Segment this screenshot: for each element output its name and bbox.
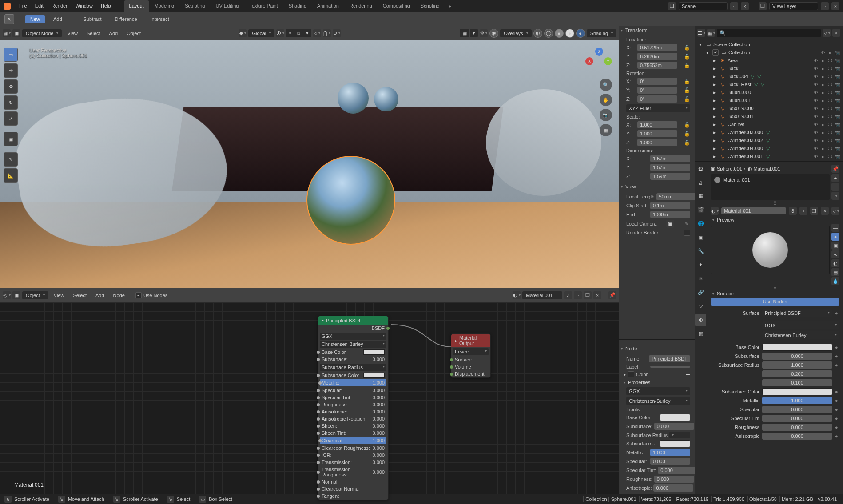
node-input-normal[interactable]: Normal xyxy=(318,478,388,485)
node-color-checkbox[interactable] xyxy=(628,371,634,377)
workspace-tab-scripting[interactable]: Scripting xyxy=(415,0,445,12)
visibility-toggle[interactable]: 👁 xyxy=(813,57,819,63)
viewport-toggle[interactable]: 🖵 xyxy=(827,121,833,127)
render-toggle[interactable]: 📷 xyxy=(834,121,840,127)
active-tool-icon[interactable]: ↖ xyxy=(4,14,14,24)
viewlayer-delete-button[interactable]: × xyxy=(831,2,839,10)
properties-tab-scene[interactable]: 🎬 xyxy=(695,203,706,216)
pin-properties-icon[interactable]: 📌 xyxy=(831,165,839,173)
outliner-item-cabinet[interactable]: ▸▽Cabinet👁▸🖵📷 xyxy=(695,120,843,128)
workspace-tab-layout[interactable]: Layout xyxy=(124,0,149,12)
selectable-toggle[interactable]: ▸ xyxy=(820,105,826,111)
sss-method-select[interactable]: Christensen-Burley xyxy=(320,341,386,348)
snap-toggle[interactable]: ⌖⧈▾ xyxy=(286,29,311,37)
material-slot-remove[interactable]: − xyxy=(831,183,839,191)
selectable-toggle[interactable]: ▸ xyxy=(820,65,826,71)
node-input-tangent[interactable]: Tangent xyxy=(318,492,388,500)
render-icon[interactable]: 📷 xyxy=(834,49,840,56)
output-socket-displacement[interactable]: Displacement xyxy=(451,370,490,377)
annotate-tool[interactable]: ✎ xyxy=(4,152,18,167)
gizmo-toggle[interactable]: ✥ xyxy=(480,29,488,37)
socket-dot[interactable]: ● xyxy=(835,433,839,439)
node-input-subsurface-radius[interactable]: Subsurface Radius xyxy=(320,364,386,371)
view-panel-header[interactable]: View xyxy=(619,183,695,190)
outliner-item-cylinder004-001[interactable]: ▸▽Cylinder004.001▽👁▸🖵📷 xyxy=(695,152,843,160)
outliner-item-bludru-000[interactable]: ▸▽Bludru.000👁▸🖵📷 xyxy=(695,88,843,96)
menu-edit[interactable]: Edit xyxy=(31,3,48,8)
scene-browse-icon[interactable]: ❏ xyxy=(668,2,676,10)
axis-y[interactable]: Y xyxy=(604,57,612,65)
axis-z[interactable]: Z xyxy=(595,48,603,56)
editor-type-menu[interactable]: ▦ xyxy=(3,29,11,37)
visibility-toggle[interactable]: 👁 xyxy=(813,97,819,103)
difference-button[interactable]: Difference xyxy=(110,15,143,23)
rotate-tool[interactable]: ↻ xyxy=(4,95,18,110)
dist-select[interactable]: GGX xyxy=(762,321,839,329)
distribution-select[interactable]: GGX xyxy=(320,333,386,340)
viewport-toggle[interactable]: 🖵 xyxy=(827,129,833,135)
outliner-item-box019-001[interactable]: ▸▽Box019.001👁▸🖵📷 xyxy=(695,112,843,120)
socket-dot[interactable]: ● xyxy=(835,425,839,430)
selectable-toggle[interactable]: ▸ xyxy=(820,89,826,95)
scene-new-button[interactable]: ▫ xyxy=(730,2,738,10)
drag-handle-2[interactable]: ⠿ xyxy=(711,285,839,290)
node-input-roughness-[interactable]: Roughness:0.000 xyxy=(318,401,388,408)
material-nodetree-icon[interactable]: ▽ xyxy=(831,207,839,215)
list-icon[interactable]: ☰ xyxy=(686,372,690,377)
outliner-item-bludru-001[interactable]: ▸▽Bludru.001👁▸🖵📷 xyxy=(695,96,843,104)
use-nodes-button[interactable]: Use Nodes xyxy=(711,298,839,306)
preview-type-hair[interactable]: ∿ xyxy=(831,250,839,258)
add-button[interactable]: Add xyxy=(48,15,68,23)
node-view-menu[interactable]: View xyxy=(50,291,68,299)
workspace-tab-texture-paint[interactable]: Texture Paint xyxy=(244,0,283,12)
viewport-toggle[interactable]: 🖵 xyxy=(827,81,833,87)
selected-sphere[interactable] xyxy=(306,156,395,245)
dimension-z[interactable]: 1.59m xyxy=(650,173,690,180)
overlay-toggle[interactable]: ◉ xyxy=(489,29,498,38)
visibility-toggle[interactable]: 👁 xyxy=(813,121,819,127)
visibility-toggle[interactable]: 👁 xyxy=(813,65,819,71)
socket-dot[interactable]: ● xyxy=(835,407,839,412)
render-toggle[interactable]: 📷 xyxy=(834,145,840,151)
outliner-tree[interactable]: ▾▭Scene Collection ▾▭Collection 👁▸📷 ▸☀Ar… xyxy=(695,40,843,161)
material-browse-icon[interactable]: ◐ xyxy=(711,207,719,215)
selectable-toggle[interactable]: ▸ xyxy=(820,145,826,151)
render-toggle[interactable]: 📷 xyxy=(834,137,840,143)
scene-collection-row[interactable]: ▾▭Scene Collection xyxy=(695,40,843,48)
outliner-item-back-004[interactable]: ▸▽Back.004▽▽👁▸🖵📷 xyxy=(695,72,843,80)
drag-handle[interactable]: ⠿ xyxy=(711,200,839,206)
visibility-icon[interactable]: 👁 xyxy=(820,49,826,56)
collection-row[interactable]: ▾▭Collection 👁▸📷 xyxy=(695,48,843,56)
clip-end[interactable]: 1000m xyxy=(650,211,690,218)
scale-x[interactable]: 1.000 xyxy=(637,121,677,128)
add-menu[interactable]: Add xyxy=(106,29,122,37)
preview-type-sphere[interactable]: ● xyxy=(831,233,839,241)
viewport-shading-solid[interactable]: ● xyxy=(555,29,564,38)
prop-roughness[interactable]: Roughness0.000● xyxy=(711,423,839,432)
socket-dot[interactable]: ● xyxy=(835,389,839,394)
editor-type-node[interactable]: ◎ xyxy=(3,291,11,299)
render-border-checkbox[interactable] xyxy=(684,230,690,236)
material-unlink-button[interactable]: × xyxy=(593,291,601,299)
npanel-input-base-color[interactable]: Base Color xyxy=(622,413,692,422)
node-name-field[interactable]: Principled BSDF xyxy=(649,355,690,362)
material-new-button[interactable]: ▫ xyxy=(574,291,582,299)
render-toggle[interactable]: 📷 xyxy=(834,89,840,95)
viewport-shading-rendered[interactable]: ● xyxy=(576,29,585,38)
location-z[interactable]: 0.75652m xyxy=(637,62,677,69)
viewport-toggle[interactable]: 🖵 xyxy=(827,153,833,159)
npanel-input-metallic-[interactable]: Metallic:1.000 xyxy=(622,448,692,457)
properties-tab-render[interactable]: 🖼 xyxy=(695,162,706,175)
gizmo-dropdown[interactable]: ⊕ xyxy=(333,29,341,37)
visibility-toggle[interactable]: 👁 xyxy=(813,89,819,95)
material-users-count[interactable]: 3 xyxy=(789,207,797,215)
render-toggle[interactable]: 📷 xyxy=(834,113,840,119)
preview-type-fluid[interactable]: 💧 xyxy=(831,277,839,285)
viewport-icon[interactable]: ▸ xyxy=(827,49,833,56)
node-input-clearcoat-[interactable]: Clearcoat:1.000 xyxy=(320,437,386,444)
selectable-toggle[interactable]: ▸ xyxy=(820,113,826,119)
properties-tab-texture[interactable]: ▨ xyxy=(695,327,706,340)
rotation-z[interactable]: 0° xyxy=(637,95,677,103)
xray-toggle[interactable]: ◐ xyxy=(533,29,542,38)
viewlayer-new-button[interactable]: ▫ xyxy=(821,2,829,10)
